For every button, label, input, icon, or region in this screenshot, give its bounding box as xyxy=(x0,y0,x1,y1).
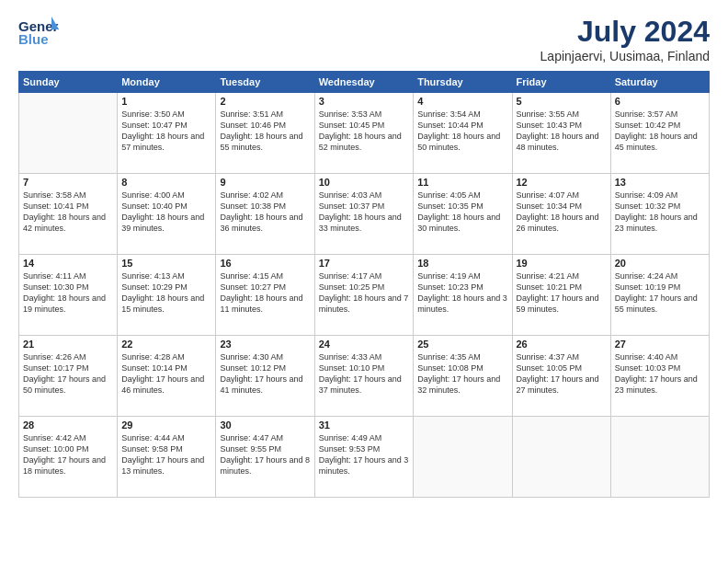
calendar-cell: 12Sunrise: 4:07 AMSunset: 10:34 PMDaylig… xyxy=(512,174,610,255)
day-number: 26 xyxy=(517,339,607,350)
day-header-sunday: Sunday xyxy=(19,72,118,93)
day-number: 21 xyxy=(23,339,113,350)
day-info: Sunrise: 4:02 AMSunset: 10:38 PMDaylight… xyxy=(220,190,310,235)
day-number: 27 xyxy=(615,339,705,350)
calendar-cell: 1Sunrise: 3:50 AMSunset: 10:47 PMDayligh… xyxy=(118,93,216,174)
calendar-cell: 24Sunrise: 4:33 AMSunset: 10:10 PMDaylig… xyxy=(314,336,413,417)
day-info: Sunrise: 3:57 AMSunset: 10:42 PMDaylight… xyxy=(615,109,705,154)
day-info: Sunrise: 4:19 AMSunset: 10:23 PMDaylight… xyxy=(417,270,507,316)
day-number: 3 xyxy=(319,96,409,107)
calendar-cell: 13Sunrise: 4:09 AMSunset: 10:32 PMDaylig… xyxy=(610,174,709,255)
calendar-cell xyxy=(414,417,512,498)
day-info: Sunrise: 4:40 AMSunset: 10:03 PMDaylight… xyxy=(615,351,705,396)
day-info: Sunrise: 4:33 AMSunset: 10:10 PMDaylight… xyxy=(319,351,409,396)
calendar-cell: 19Sunrise: 4:21 AMSunset: 10:21 PMDaylig… xyxy=(512,255,610,336)
day-info: Sunrise: 3:51 AMSunset: 10:46 PMDaylight… xyxy=(220,109,310,154)
page: General Blue July 2024 Lapinjaervi, Uusi… xyxy=(0,0,728,563)
day-info: Sunrise: 4:03 AMSunset: 10:37 PMDaylight… xyxy=(319,190,409,235)
day-info: Sunrise: 4:17 AMSunset: 10:25 PMDaylight… xyxy=(319,270,409,316)
week-row-4: 21Sunrise: 4:26 AMSunset: 10:17 PMDaylig… xyxy=(19,336,710,417)
week-row-3: 14Sunrise: 4:11 AMSunset: 10:30 PMDaylig… xyxy=(19,255,710,336)
title-block: July 2024 Lapinjaervi, Uusimaa, Finland xyxy=(540,15,710,63)
day-info: Sunrise: 3:55 AMSunset: 10:43 PMDaylight… xyxy=(517,109,607,154)
day-info: Sunrise: 4:47 AMSunset: 9:55 PMDaylight:… xyxy=(220,432,310,477)
day-number: 11 xyxy=(417,177,507,188)
day-number: 9 xyxy=(220,177,310,188)
day-number: 24 xyxy=(319,339,409,350)
calendar-cell: 14Sunrise: 4:11 AMSunset: 10:30 PMDaylig… xyxy=(19,255,118,336)
calendar-cell: 26Sunrise: 4:37 AMSunset: 10:05 PMDaylig… xyxy=(512,336,610,417)
day-info: Sunrise: 4:21 AMSunset: 10:21 PMDaylight… xyxy=(517,270,607,316)
main-title: July 2024 xyxy=(540,15,710,49)
day-header-tuesday: Tuesday xyxy=(216,72,314,93)
calendar-cell: 29Sunrise: 4:44 AMSunset: 9:58 PMDayligh… xyxy=(118,417,216,498)
day-number: 20 xyxy=(615,258,705,269)
svg-text:Blue: Blue xyxy=(18,31,49,47)
day-header-wednesday: Wednesday xyxy=(314,72,413,93)
day-info: Sunrise: 4:30 AMSunset: 10:12 PMDaylight… xyxy=(220,351,310,396)
day-info: Sunrise: 3:54 AMSunset: 10:44 PMDaylight… xyxy=(417,109,507,154)
day-header-thursday: Thursday xyxy=(414,72,512,93)
day-info: Sunrise: 4:00 AMSunset: 10:40 PMDaylight… xyxy=(121,190,211,235)
calendar-cell xyxy=(19,93,118,174)
day-number: 8 xyxy=(121,177,211,188)
day-number: 10 xyxy=(319,177,409,188)
calendar-cell xyxy=(512,417,610,498)
calendar-cell: 30Sunrise: 4:47 AMSunset: 9:55 PMDayligh… xyxy=(216,417,314,498)
day-info: Sunrise: 4:13 AMSunset: 10:29 PMDaylight… xyxy=(121,270,211,316)
day-info: Sunrise: 4:07 AMSunset: 10:34 PMDaylight… xyxy=(517,190,607,235)
day-number: 15 xyxy=(121,258,211,269)
calendar-cell: 9Sunrise: 4:02 AMSunset: 10:38 PMDayligh… xyxy=(216,174,314,255)
day-info: Sunrise: 4:11 AMSunset: 10:30 PMDaylight… xyxy=(23,270,113,316)
day-number: 22 xyxy=(121,339,211,350)
day-number: 25 xyxy=(417,339,507,350)
header: General Blue July 2024 Lapinjaervi, Uusi… xyxy=(18,15,710,63)
day-number: 5 xyxy=(517,96,607,107)
day-number: 28 xyxy=(23,419,113,431)
day-info: Sunrise: 3:50 AMSunset: 10:47 PMDaylight… xyxy=(121,109,211,154)
day-info: Sunrise: 4:28 AMSunset: 10:14 PMDaylight… xyxy=(121,351,211,396)
day-number: 6 xyxy=(615,96,705,107)
calendar-cell: 31Sunrise: 4:49 AMSunset: 9:53 PMDayligh… xyxy=(314,417,413,498)
day-header-monday: Monday xyxy=(118,72,216,93)
day-info: Sunrise: 4:24 AMSunset: 10:19 PMDaylight… xyxy=(615,270,705,316)
calendar-table: SundayMondayTuesdayWednesdayThursdayFrid… xyxy=(18,71,710,498)
day-number: 19 xyxy=(517,258,607,269)
calendar-cell: 10Sunrise: 4:03 AMSunset: 10:37 PMDaylig… xyxy=(314,174,413,255)
calendar-cell: 11Sunrise: 4:05 AMSunset: 10:35 PMDaylig… xyxy=(414,174,512,255)
day-number: 29 xyxy=(121,419,211,431)
calendar-header-row: SundayMondayTuesdayWednesdayThursdayFrid… xyxy=(19,72,710,93)
day-info: Sunrise: 4:42 AMSunset: 10:00 PMDaylight… xyxy=(23,432,113,477)
day-number: 7 xyxy=(23,177,113,188)
day-number: 1 xyxy=(121,96,211,107)
calendar-cell: 21Sunrise: 4:26 AMSunset: 10:17 PMDaylig… xyxy=(19,336,118,417)
calendar-cell: 17Sunrise: 4:17 AMSunset: 10:25 PMDaylig… xyxy=(314,255,413,336)
calendar-cell: 2Sunrise: 3:51 AMSunset: 10:46 PMDayligh… xyxy=(216,93,314,174)
day-number: 4 xyxy=(417,96,507,107)
day-info: Sunrise: 4:05 AMSunset: 10:35 PMDaylight… xyxy=(417,190,507,235)
day-number: 14 xyxy=(23,258,113,269)
calendar-cell: 4Sunrise: 3:54 AMSunset: 10:44 PMDayligh… xyxy=(414,93,512,174)
day-info: Sunrise: 4:37 AMSunset: 10:05 PMDaylight… xyxy=(517,351,607,396)
calendar-cell: 3Sunrise: 3:53 AMSunset: 10:45 PMDayligh… xyxy=(314,93,413,174)
day-number: 12 xyxy=(517,177,607,188)
calendar-cell: 25Sunrise: 4:35 AMSunset: 10:08 PMDaylig… xyxy=(414,336,512,417)
day-header-friday: Friday xyxy=(512,72,610,93)
calendar-cell: 8Sunrise: 4:00 AMSunset: 10:40 PMDayligh… xyxy=(118,174,216,255)
day-number: 31 xyxy=(319,419,409,431)
logo: General Blue xyxy=(18,15,59,50)
day-info: Sunrise: 4:35 AMSunset: 10:08 PMDaylight… xyxy=(417,351,507,396)
week-row-5: 28Sunrise: 4:42 AMSunset: 10:00 PMDaylig… xyxy=(19,417,710,498)
day-number: 18 xyxy=(417,258,507,269)
calendar-cell: 23Sunrise: 4:30 AMSunset: 10:12 PMDaylig… xyxy=(216,336,314,417)
calendar-cell: 5Sunrise: 3:55 AMSunset: 10:43 PMDayligh… xyxy=(512,93,610,174)
day-info: Sunrise: 4:15 AMSunset: 10:27 PMDaylight… xyxy=(220,270,310,316)
calendar-cell: 16Sunrise: 4:15 AMSunset: 10:27 PMDaylig… xyxy=(216,255,314,336)
calendar-cell: 15Sunrise: 4:13 AMSunset: 10:29 PMDaylig… xyxy=(118,255,216,336)
day-number: 16 xyxy=(220,258,310,269)
day-info: Sunrise: 4:26 AMSunset: 10:17 PMDaylight… xyxy=(23,351,113,396)
logo-icon: General Blue xyxy=(18,15,59,50)
day-header-saturday: Saturday xyxy=(610,72,709,93)
calendar-cell: 27Sunrise: 4:40 AMSunset: 10:03 PMDaylig… xyxy=(610,336,709,417)
subtitle: Lapinjaervi, Uusimaa, Finland xyxy=(540,49,710,63)
